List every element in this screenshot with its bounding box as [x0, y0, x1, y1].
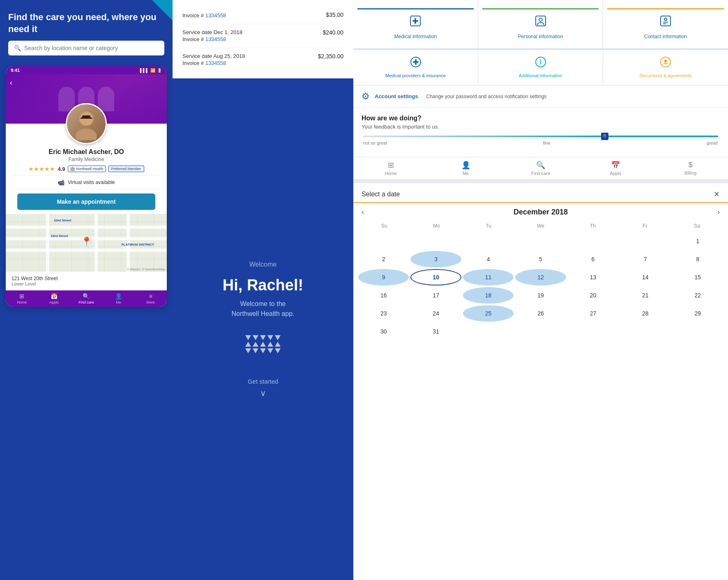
phone-nav-appts[interactable]: 📅 Appts	[46, 293, 62, 304]
calendar-next-button[interactable]: ›	[717, 208, 720, 216]
calendar-header: Select a date ✕	[353, 183, 728, 203]
additional-label: Additional information	[519, 73, 562, 78]
make-appointment-button[interactable]: Make an appointment	[17, 193, 155, 210]
cal-day-31[interactable]: 31	[410, 323, 461, 340]
weekday-sa: Sa	[671, 221, 723, 230]
findcare-nav-label: Find care	[531, 171, 550, 176]
cal-day-5[interactable]: 5	[515, 251, 566, 267]
cal-day-11[interactable]: 11	[463, 269, 514, 285]
phone-nav-findcare[interactable]: 🔍 Find care	[78, 293, 94, 304]
cal-day-22[interactable]: 22	[673, 287, 723, 304]
cal-day-28[interactable]: 28	[620, 305, 670, 322]
cal-day-20[interactable]: 20	[568, 287, 618, 304]
nav-appts[interactable]: 📅 Appts	[603, 161, 628, 176]
address-line2: Lower Level	[12, 281, 161, 286]
svg-rect-6	[412, 20, 418, 22]
cal-day-18[interactable]: 18	[463, 287, 514, 304]
cal-day-23[interactable]: 23	[358, 305, 409, 322]
profile-card-contact[interactable]: Contact information	[603, 0, 728, 48]
cal-day-14[interactable]: 14	[620, 269, 670, 285]
invoice-amount-1: $35.00	[326, 12, 343, 18]
findcare-panel: Find the care you need, where you need i…	[0, 0, 173, 580]
cal-day-29[interactable]: 29	[673, 305, 723, 322]
map-road-v2	[94, 214, 98, 272]
phone-nav-more-label: More	[146, 300, 155, 304]
search-icon: 🔍	[14, 45, 21, 51]
nav-findcare[interactable]: 🔍 Find care	[528, 161, 553, 176]
cal-day-30[interactable]: 30	[358, 323, 409, 340]
cal-day-15[interactable]: 15	[673, 269, 723, 285]
cal-day-3[interactable]: 3	[410, 251, 461, 267]
search-bar[interactable]: 🔍	[8, 41, 164, 55]
appts-nav-label: Appts	[610, 171, 621, 176]
virtual-text: Virtual visits available	[68, 180, 115, 185]
phone-nav-me[interactable]: 👤 Me	[110, 293, 127, 304]
cal-day-1[interactable]: 1	[673, 233, 723, 249]
cal-day-25[interactable]: 25	[463, 305, 514, 322]
logo-t15	[275, 348, 281, 353]
welcome-label: Welcome	[249, 261, 276, 268]
profile-card-additional[interactable]: Additional information	[478, 49, 603, 85]
nav-me[interactable]: 👤 Me	[454, 161, 478, 176]
profile-card-documents[interactable]: Documents & agreements	[603, 49, 728, 85]
cal-day-7[interactable]: 7	[620, 251, 670, 267]
cal-day-10[interactable]: 10	[410, 269, 461, 285]
profile-card-personal[interactable]: Personal information	[478, 0, 603, 48]
cal-day-4[interactable]: 4	[463, 251, 514, 267]
cal-day-17[interactable]: 17	[410, 287, 461, 304]
cal-day-2[interactable]: 2	[358, 251, 409, 267]
cal-day-16[interactable]: 16	[358, 287, 409, 304]
cal-day-21[interactable]: 21	[620, 287, 670, 304]
cal-day-8[interactable]: 8	[673, 251, 723, 267]
invoice-link-3[interactable]: 1334558	[205, 60, 226, 66]
virtual-icon: 📹	[58, 179, 65, 186]
virtual-visits-bar: 📹 Virtual visits available	[12, 175, 160, 189]
logo-t13	[260, 348, 266, 353]
chevron-down-icon[interactable]: ∨	[260, 388, 266, 398]
calendar-section: Select a date ✕ ‹ December 2018 › Su Mo …	[353, 183, 728, 580]
feedback-min-label: not so great	[363, 140, 387, 145]
svg-rect-21	[665, 60, 666, 63]
calendar-month: December 2018	[514, 208, 568, 216]
cal-day-19[interactable]: 19	[515, 287, 566, 304]
cal-day-12[interactable]: 12	[515, 269, 566, 285]
logo-t7	[253, 342, 258, 347]
invoice-amount-3: $2,350.00	[318, 53, 343, 60]
preferred-badge: Preferred Member	[108, 166, 144, 172]
profile-card-providers[interactable]: Medical providers & insurance	[353, 49, 478, 85]
invoice-link-1[interactable]: 1334558	[205, 12, 226, 18]
map-copyright: © Mapbox, © OpenStreetMap	[127, 268, 165, 271]
phone-nav-home-label: Home	[17, 300, 27, 304]
cal-day-26[interactable]: 26	[515, 305, 566, 322]
phone-nav-home[interactable]: ⊞ Home	[14, 293, 30, 304]
feedback-labels: not so great fine great!	[363, 140, 718, 145]
me-nav-icon: 👤	[461, 161, 470, 170]
nav-billing[interactable]: $ Billing	[678, 161, 703, 175]
invoice-label-1: Invoice #	[182, 12, 205, 18]
invoice-label-3: Invoice #	[182, 60, 205, 66]
logo-t3	[260, 335, 266, 340]
calendar-prev-button[interactable]: ‹	[362, 208, 364, 216]
phone-mockup: 9:41 ▌▌▌ 📶 🔋 ‹	[6, 66, 167, 307]
feedback-thumb[interactable]	[601, 133, 608, 140]
findcare-title: Find the care you need, where you need i…	[8, 12, 164, 35]
search-input[interactable]	[24, 45, 159, 51]
invoice-date-2: Service date Dec 1, 2018	[182, 29, 242, 35]
account-settings-row[interactable]: ⚙ Account settings Change your password …	[353, 85, 728, 108]
home-icon: ⊞	[19, 293, 24, 299]
cal-day-27[interactable]: 27	[568, 305, 618, 322]
phone-signal: ▌▌▌ 📶 🔋	[140, 68, 162, 73]
cal-day-13[interactable]: 13	[568, 269, 618, 285]
back-button[interactable]: ‹	[10, 78, 12, 87]
calendar-navigation: ‹ December 2018 ›	[353, 203, 728, 221]
cal-day-24[interactable]: 24	[410, 305, 461, 322]
invoice-link-2[interactable]: 1334558	[205, 36, 226, 42]
nav-home[interactable]: ⊞ Home	[378, 161, 403, 176]
feedback-slider-area: not so great fine great!	[362, 136, 720, 154]
phone-nav-more[interactable]: ≡ More	[143, 293, 159, 304]
phone-nav-me-label: Me	[116, 300, 121, 304]
calendar-close-button[interactable]: ✕	[714, 190, 720, 199]
cal-day-6[interactable]: 6	[568, 251, 618, 267]
profile-card-medical[interactable]: Medical information	[353, 0, 478, 48]
cal-day-9[interactable]: 9	[358, 269, 409, 285]
